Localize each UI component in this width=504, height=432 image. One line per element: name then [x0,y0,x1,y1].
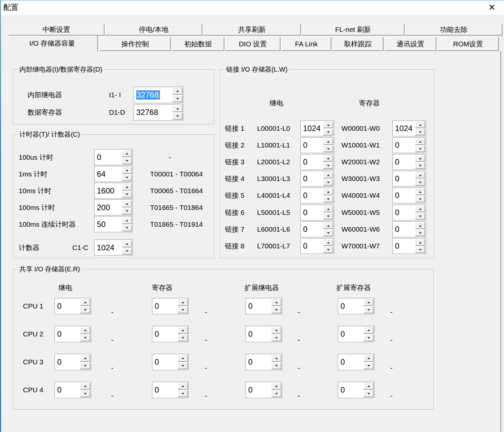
spin-up-button[interactable] [178,355,188,362]
spin-down-button[interactable] [323,196,333,202]
spin-down-button[interactable] [122,248,132,255]
spin-up-button[interactable] [122,167,132,174]
spinner-value[interactable]: 64 [97,166,120,182]
cpu1-ext-register-spinner[interactable]: 0 [338,298,375,314]
spin-down-button[interactable] [122,225,132,232]
link4-relay-spinner[interactable]: 0 [300,171,334,187]
spinner-value[interactable]: 200 [97,200,120,215]
timer-10ms-spinner[interactable]: 1600 [94,183,133,199]
spin-up-button[interactable] [323,239,333,246]
spin-up-button[interactable] [80,327,90,334]
close-button[interactable]: ✕ [484,1,499,14]
spin-down-button[interactable] [178,390,188,397]
internal-relay-spinner[interactable]: 32768 [134,87,184,103]
spin-down-button[interactable] [178,334,188,341]
spin-down-button[interactable] [363,334,374,341]
cpu3-ext-relay-spinner[interactable]: 0 [246,354,282,370]
spin-up-button[interactable] [122,184,132,191]
spin-down-button[interactable] [122,174,132,181]
spinner-value[interactable]: 0 [303,171,321,186]
spin-up-button[interactable] [122,200,132,207]
cpu2-relay-spinner[interactable]: 0 [55,326,91,342]
spin-down-button[interactable] [172,113,183,120]
spin-down-button[interactable] [271,390,281,397]
spinner-value[interactable]: 0 [303,138,321,153]
spinner-value[interactable]: 32768 [136,104,171,120]
spinner-value[interactable]: 32768 [136,87,171,103]
spin-up-button[interactable] [415,155,425,162]
timer-100ms-cont-spinner[interactable]: 50 [94,216,133,232]
spin-up-button[interactable] [271,299,281,306]
spinner-value[interactable]: 0 [57,382,78,398]
tab-operation-control[interactable]: 操作控制 [99,37,171,51]
spin-down-button[interactable] [415,129,425,135]
spinner-value[interactable]: 0 [155,382,176,398]
tab-comm-settings[interactable]: 通讯设置 [384,37,436,51]
spin-up-button[interactable] [172,88,183,95]
spin-up-button[interactable] [323,189,333,195]
spin-down-button[interactable] [271,362,281,369]
spin-down-button[interactable] [323,230,333,236]
spinner-value[interactable]: 0 [248,298,270,314]
spin-up-button[interactable] [363,327,374,334]
cpu1-relay-spinner[interactable]: 0 [55,298,91,314]
spinner-value[interactable]: 1600 [97,183,120,198]
spin-up-button[interactable] [271,383,281,390]
spin-down-button[interactable] [323,213,333,219]
spinner-value[interactable]: 0 [303,188,321,203]
spin-down-button[interactable] [415,196,425,202]
link3-register-spinner[interactable]: 0 [392,154,426,170]
tab-fa-link[interactable]: FA Link [281,37,331,51]
spin-up-button[interactable] [415,122,425,128]
link5-register-spinner[interactable]: 0 [392,188,426,203]
link7-relay-spinner[interactable]: 0 [300,221,334,237]
spin-up-button[interactable] [80,299,90,306]
spinner-value[interactable]: 0 [248,354,270,370]
spin-up-button[interactable] [271,327,281,334]
spin-up-button[interactable] [415,172,425,178]
link2-relay-spinner[interactable]: 0 [300,137,334,153]
cpu4-ext-relay-spinner[interactable]: 0 [246,382,282,398]
spin-down-button[interactable] [323,146,333,152]
spin-down-button[interactable] [363,362,374,369]
cpu2-register-spinner[interactable]: 0 [152,326,189,342]
cpu1-register-spinner[interactable]: 0 [152,298,189,314]
cpu3-relay-spinner[interactable]: 0 [55,354,91,370]
spinner-value[interactable]: 0 [155,326,176,342]
spinner-value[interactable]: 0 [340,298,362,314]
timer-100ms-spinner[interactable]: 200 [94,199,133,216]
spin-up-button[interactable] [80,383,90,390]
spin-up-button[interactable] [415,222,425,229]
spin-down-button[interactable] [415,213,425,219]
data-register-spinner[interactable]: 32768 [134,104,184,121]
link2-register-spinner[interactable]: 0 [392,137,426,153]
spinner-value[interactable]: 0 [395,188,413,203]
spin-down-button[interactable] [323,129,333,135]
link1-relay-spinner[interactable]: 1024 [300,121,334,136]
spin-up-button[interactable] [415,138,425,145]
cpu4-ext-register-spinner[interactable]: 0 [338,382,375,398]
tab-io-memory-capacity[interactable]: I/O 存储器容量 [7,35,98,52]
spinner-value[interactable]: 1024 [395,121,413,136]
link8-register-spinner[interactable]: 0 [392,238,426,254]
spin-down-button[interactable] [271,334,281,341]
spinner-value[interactable]: 0 [340,326,362,342]
spin-up-button[interactable] [122,217,132,224]
spin-up-button[interactable] [178,327,188,334]
link6-relay-spinner[interactable]: 0 [300,205,334,220]
link4-register-spinner[interactable]: 0 [392,171,426,187]
spin-down-button[interactable] [415,146,425,152]
spinner-value[interactable]: 0 [155,354,176,370]
tab-flnet-refresh[interactable]: FL-net 刷新 [301,24,405,35]
spinner-value[interactable]: 1024 [303,121,321,136]
spinner-value[interactable]: 0 [303,154,321,170]
cpu4-register-spinner[interactable]: 0 [152,382,189,398]
spin-down-button[interactable] [323,162,333,169]
link3-relay-spinner[interactable]: 0 [300,154,334,170]
spin-up-button[interactable] [363,299,374,306]
spin-up-button[interactable] [323,222,333,229]
spinner-value[interactable]: 1024 [97,240,120,255]
spin-up-button[interactable] [178,299,188,306]
tab-interrupt-settings[interactable]: 中断设置 [8,24,104,35]
link5-relay-spinner[interactable]: 0 [300,188,334,203]
